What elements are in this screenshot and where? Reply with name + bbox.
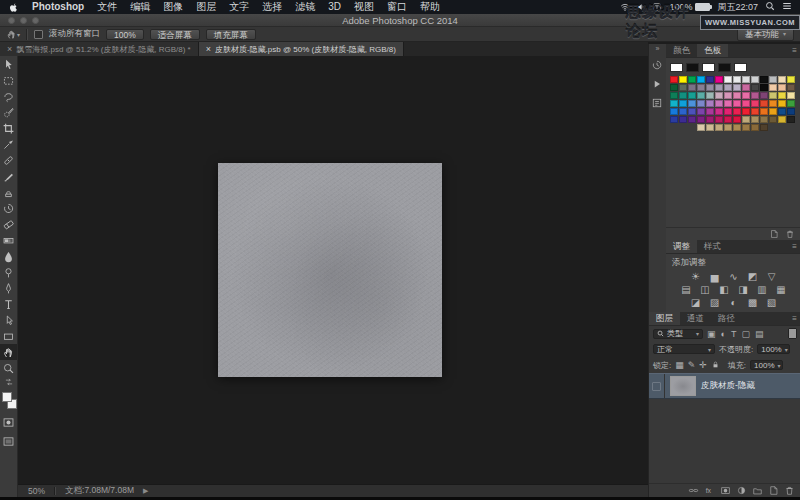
layer-group-icon[interactable] bbox=[752, 485, 763, 496]
canvas-document-image[interactable] bbox=[218, 163, 442, 377]
screen-mode-button[interactable] bbox=[0, 433, 17, 449]
swatch[interactable] bbox=[769, 84, 777, 91]
swatch[interactable] bbox=[688, 92, 696, 99]
swatch[interactable] bbox=[769, 76, 777, 83]
swatch[interactable] bbox=[697, 92, 705, 99]
history-brush-tool[interactable] bbox=[0, 200, 17, 216]
swatch[interactable] bbox=[724, 92, 732, 99]
swatch[interactable] bbox=[679, 116, 687, 123]
adjustment-layer-icon[interactable] bbox=[736, 485, 747, 496]
exposure-icon[interactable]: ◩ bbox=[746, 271, 760, 283]
swatch[interactable] bbox=[751, 84, 759, 91]
move-tool[interactable] bbox=[0, 56, 17, 72]
swatch[interactable] bbox=[733, 108, 741, 115]
selective-color-icon[interactable]: ▧ bbox=[765, 297, 779, 309]
swatch[interactable] bbox=[670, 63, 683, 72]
swatches-tab-色板[interactable]: 色板 bbox=[697, 44, 728, 57]
swatch[interactable] bbox=[778, 108, 786, 115]
swatch[interactable] bbox=[679, 100, 687, 107]
menu-item-5[interactable]: 文字 bbox=[229, 0, 249, 14]
filter-type-icon[interactable]: T bbox=[731, 329, 737, 339]
layer-row[interactable]: 皮肤材质-隐藏 bbox=[649, 373, 800, 399]
delete-layer-icon[interactable] bbox=[784, 485, 795, 496]
swatch[interactable] bbox=[733, 84, 741, 91]
type-tool[interactable] bbox=[0, 296, 17, 312]
brush-tool[interactable] bbox=[0, 168, 17, 184]
swatch[interactable] bbox=[688, 84, 696, 91]
adjustments-tab-样式[interactable]: 样式 bbox=[697, 240, 728, 253]
swatch[interactable] bbox=[715, 116, 723, 123]
current-tool-indicator[interactable]: ▾ bbox=[6, 29, 20, 40]
swatch[interactable] bbox=[670, 92, 678, 99]
swatch[interactable] bbox=[679, 92, 687, 99]
swatch[interactable] bbox=[686, 63, 699, 72]
swatch[interactable] bbox=[697, 108, 705, 115]
swatch[interactable] bbox=[679, 108, 687, 115]
swatch[interactable] bbox=[778, 100, 786, 107]
swatch[interactable] bbox=[787, 92, 795, 99]
swatch[interactable] bbox=[724, 124, 732, 131]
zoom-level-field[interactable]: 50% bbox=[28, 486, 45, 496]
shape-tool[interactable] bbox=[0, 328, 17, 344]
swatch[interactable] bbox=[760, 100, 768, 107]
eraser-tool[interactable] bbox=[0, 216, 17, 232]
panel-menu-icon[interactable]: ≡ bbox=[792, 312, 800, 325]
opacity-dropdown[interactable]: 100% ▾ bbox=[757, 344, 790, 354]
history-panel-button[interactable] bbox=[649, 57, 665, 72]
new-swatch-icon[interactable] bbox=[769, 229, 779, 239]
swap-colors-icon[interactable] bbox=[0, 376, 17, 387]
swatch[interactable] bbox=[670, 76, 678, 83]
swatch[interactable] bbox=[724, 84, 732, 91]
swatch[interactable] bbox=[715, 84, 723, 91]
marquee-tool[interactable] bbox=[0, 72, 17, 88]
panel-menu-icon[interactable]: ≡ bbox=[792, 240, 800, 253]
swatch[interactable] bbox=[742, 124, 750, 131]
menu-item-6[interactable]: 选择 bbox=[262, 0, 282, 14]
history-panel-icon[interactable] bbox=[651, 59, 663, 71]
swatch[interactable] bbox=[706, 108, 714, 115]
swatch[interactable] bbox=[724, 108, 732, 115]
swatch[interactable] bbox=[733, 92, 741, 99]
layers-tab-通道[interactable]: 通道 bbox=[680, 312, 711, 325]
lock-all-icon[interactable] bbox=[711, 360, 720, 370]
swatch[interactable] bbox=[697, 124, 705, 131]
menu-item-7[interactable]: 滤镜 bbox=[295, 0, 315, 14]
swatch[interactable] bbox=[769, 108, 777, 115]
lock-transparency-icon[interactable]: ▦ bbox=[675, 360, 684, 370]
channel-mixer-icon[interactable]: ▥ bbox=[755, 284, 769, 296]
swatch[interactable] bbox=[688, 100, 696, 107]
menu-item-10[interactable]: 窗口 bbox=[387, 0, 407, 14]
crop-tool[interactable] bbox=[0, 120, 17, 136]
levels-icon[interactable]: ▅ bbox=[708, 271, 722, 283]
swatch[interactable] bbox=[778, 76, 786, 83]
pen-tool[interactable] bbox=[0, 280, 17, 296]
swatch[interactable] bbox=[724, 116, 732, 123]
swatch[interactable] bbox=[742, 92, 750, 99]
filter-pixel-icon[interactable]: ▣ bbox=[707, 329, 716, 339]
swatch[interactable] bbox=[733, 76, 741, 83]
swatch[interactable] bbox=[787, 84, 795, 91]
curves-icon[interactable]: ∿ bbox=[727, 271, 741, 283]
swatch[interactable] bbox=[679, 76, 687, 83]
properties-panel-icon[interactable] bbox=[651, 97, 663, 109]
swatch[interactable] bbox=[742, 76, 750, 83]
properties-panel-button[interactable] bbox=[649, 95, 665, 110]
swatch[interactable] bbox=[751, 100, 759, 107]
lock-paint-icon[interactable]: ✎ bbox=[688, 360, 696, 370]
layers-tab-图层[interactable]: 图层 bbox=[649, 312, 680, 325]
swatch[interactable] bbox=[715, 76, 723, 83]
swatch[interactable] bbox=[697, 84, 705, 91]
swatch[interactable] bbox=[706, 92, 714, 99]
filter-smart-icon[interactable]: ▤ bbox=[755, 329, 764, 339]
fill-dropdown[interactable]: 100% ▾ bbox=[750, 360, 783, 370]
menu-item-4[interactable]: 图层 bbox=[196, 0, 216, 14]
swatch[interactable] bbox=[760, 92, 768, 99]
hand-tool[interactable] bbox=[0, 344, 17, 360]
blur-tool[interactable] bbox=[0, 248, 17, 264]
panel-menu-icon[interactable]: ≡ bbox=[792, 44, 800, 57]
swatch[interactable] bbox=[742, 84, 750, 91]
posterize-icon[interactable]: ▨ bbox=[708, 297, 722, 309]
actions-panel-button[interactable] bbox=[649, 76, 665, 91]
apple-menu-icon[interactable] bbox=[8, 2, 19, 13]
swatch[interactable] bbox=[688, 116, 696, 123]
